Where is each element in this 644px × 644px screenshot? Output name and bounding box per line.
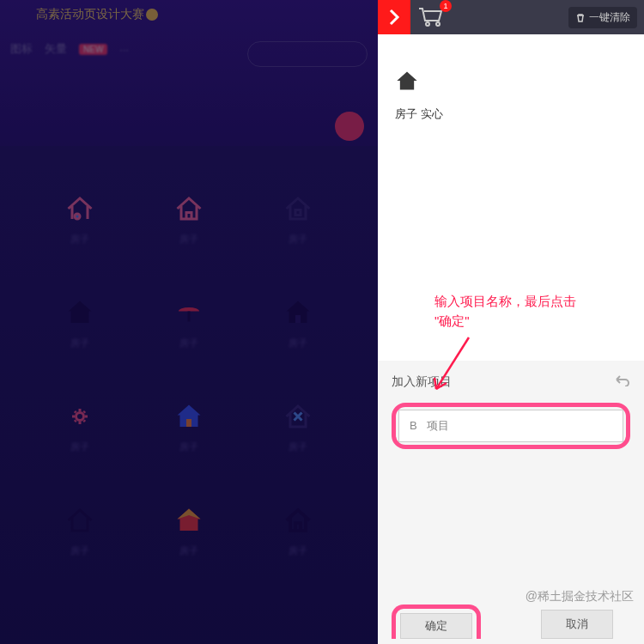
project-name-input[interactable]: [398, 410, 623, 442]
clear-all-button[interactable]: 一键清除: [568, 7, 637, 28]
undo-button[interactable]: [613, 373, 630, 391]
watermark: @稀土掘金技术社区: [526, 589, 634, 605]
house-solid-icon: [395, 69, 419, 93]
confirm-highlight-box: 确定: [392, 605, 481, 639]
svg-point-6: [426, 22, 429, 26]
icon-name-label: 房子 实心: [395, 106, 627, 122]
confirm-button[interactable]: 确定: [400, 613, 472, 639]
chevron-right-icon: [387, 7, 401, 27]
undo-icon: [613, 373, 630, 386]
svg-point-7: [436, 22, 440, 26]
cancel-button[interactable]: 取消: [541, 610, 613, 639]
annotation-arrow-icon: [426, 333, 477, 398]
cart-badge: 1: [440, 0, 452, 12]
annotation-text: 输入项目名称，最后点击 "确定": [434, 292, 576, 331]
trash-icon: [575, 13, 586, 23]
icon-detail-panel: 房子 实心: [378, 34, 644, 122]
cart-button[interactable]: 1: [416, 3, 447, 31]
button-row: 确定 取消: [378, 605, 644, 644]
input-highlight-box: [392, 403, 630, 449]
right-topbar: 1 一键清除: [378, 0, 644, 34]
dim-overlay: [0, 0, 378, 644]
expand-button[interactable]: [378, 0, 410, 34]
